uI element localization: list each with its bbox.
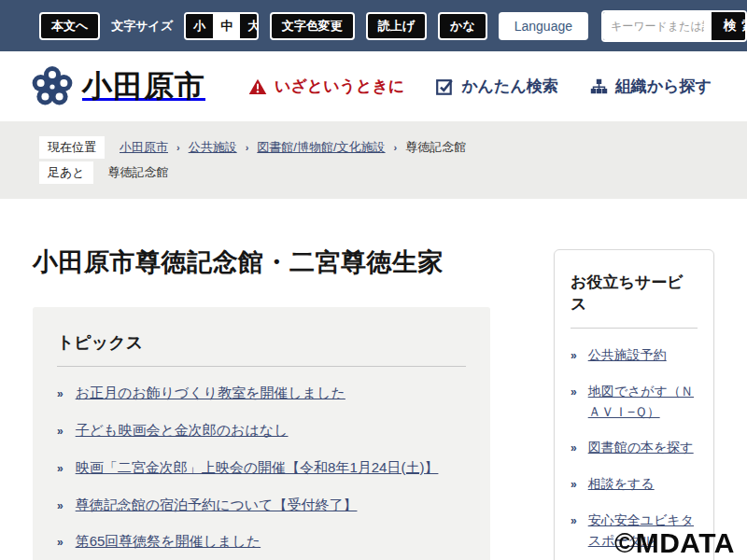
topic-link[interactable]: 第65回尊徳祭を開催しました	[76, 531, 261, 552]
breadcrumb-link[interactable]: 公共施設	[189, 139, 237, 156]
breadcrumb: 現在位置 小田原市›公共施設›図書館/博物館/文化施設›尊徳記念館	[39, 136, 719, 159]
search-button[interactable]: 検索	[712, 12, 747, 40]
chevron-bullet-icon: »	[571, 441, 577, 455]
site-header: 小田原市 いざというときに かんたん検索	[0, 51, 747, 121]
topic-link[interactable]: 子ども映画会と金次郎のおはなし	[76, 420, 289, 441]
skip-to-content-button[interactable]: 本文へ	[39, 12, 100, 40]
breadcrumb-separator-icon: ›	[394, 142, 398, 153]
breadcrumb-current: 尊徳記念館	[405, 139, 466, 156]
warning-icon	[248, 78, 267, 95]
emergency-link-label: いざというときに	[275, 76, 404, 97]
breadcrumb-trail: 小田原市›公共施設›図書館/博物館/文化施設›尊徳記念館	[120, 139, 466, 156]
search-input[interactable]	[603, 12, 712, 40]
list-item: »地図でさがす（ＮＡＶＩ−Ｑ）	[571, 374, 698, 430]
breadcrumb-link[interactable]: 小田原市	[120, 139, 168, 156]
topics-box: トピックス »お正月のお飾りづくり教室を開催しました»子ども映画会と金次郎のおは…	[33, 307, 490, 560]
org-search-link[interactable]: 組織から探す	[590, 76, 712, 97]
chevron-bullet-icon: »	[571, 385, 577, 399]
font-size-small-button[interactable]: 小	[186, 14, 213, 38]
font-size-switcher: 小 中 大	[184, 12, 259, 40]
chevron-bullet-icon: »	[57, 499, 63, 512]
service-link[interactable]: 相談をする	[588, 474, 655, 495]
easy-search-link-label: かんたん検索	[461, 76, 558, 97]
useful-services-box: お役立ちサービス »公共施設予約»地図でさがす（ＮＡＶＩ−Ｑ）»図書館の本を探す…	[554, 249, 714, 560]
text-color-change-button[interactable]: 文字色変更	[270, 12, 355, 40]
chevron-bullet-icon: »	[57, 536, 63, 549]
list-item: »尊徳記念館の宿泊予約について【受付終了】	[57, 486, 466, 524]
chevron-bullet-icon: »	[571, 349, 577, 362]
divider	[57, 366, 466, 367]
service-link[interactable]: 図書館の本を探す	[588, 438, 694, 458]
site-name: 小田原市	[82, 66, 205, 107]
chevron-bullet-icon: »	[57, 425, 63, 438]
list-item: »図書館の本を探す	[571, 430, 698, 467]
service-link[interactable]: 公共施設予約	[588, 345, 667, 366]
breadcrumb-band: 現在位置 小田原市›公共施設›図書館/博物館/文化施設›尊徳記念館 足あと 尊徳…	[0, 121, 747, 199]
chevron-bullet-icon: »	[57, 462, 63, 475]
utility-bar: 本文へ 文字サイズ 小 中 大 文字色変更 読上げ かな Language 検索	[0, 0, 747, 51]
header-nav: いざというときに かんたん検索 組織から探す	[248, 76, 712, 97]
read-aloud-button[interactable]: 読上げ	[366, 12, 427, 40]
list-item: »公共施設予約	[571, 338, 698, 374]
site-search: 検索	[601, 10, 747, 42]
current-location-label: 現在位置	[39, 136, 105, 159]
chevron-bullet-icon: »	[57, 387, 63, 400]
list-item: »お正月のお飾りづくり教室を開催しました	[57, 374, 466, 412]
city-emblem-icon	[32, 66, 73, 107]
language-button[interactable]: Language	[499, 12, 588, 40]
breadcrumb-separator-icon: ›	[246, 142, 249, 153]
emergency-link[interactable]: いざというときに	[248, 76, 404, 97]
font-size-label: 文字サイズ	[111, 18, 173, 35]
easy-search-link[interactable]: かんたん検索	[436, 76, 558, 97]
breadcrumb-separator-icon: ›	[176, 142, 180, 153]
chevron-bullet-icon: »	[571, 478, 577, 491]
font-size-medium-button[interactable]: 中	[213, 14, 240, 38]
list-item: »映画「二宮金次郎」上映会の開催【令和8年1月24日(土)】	[57, 449, 466, 486]
list-item: »子ども映画会と金次郎のおはなし	[57, 412, 466, 449]
primary-column: 小田原市尊徳記念館・二宮尊徳生家 トピックス »お正月のお飾りづくり教室を開催し…	[33, 245, 490, 560]
checkbox-check-icon	[436, 78, 454, 95]
chevron-bullet-icon: »	[571, 514, 577, 527]
footprint-value: 尊徳記念館	[108, 164, 169, 181]
useful-services-heading: お役立ちサービス	[571, 273, 698, 315]
site-logo[interactable]: 小田原市	[32, 66, 205, 107]
kana-button[interactable]: かな	[438, 12, 487, 40]
topics-list: »お正月のお飾りづくり教室を開催しました»子ども映画会と金次郎のおはなし»映画「…	[57, 374, 466, 560]
org-chart-icon	[590, 78, 608, 95]
service-link[interactable]: 地図でさがす（ＮＡＶＩ−Ｑ）	[588, 382, 698, 422]
breadcrumb-link[interactable]: 図書館/博物館/文化施設	[257, 139, 385, 156]
font-size-large-button[interactable]: 大	[240, 14, 259, 38]
list-item: »相談をする	[571, 467, 698, 503]
topic-link[interactable]: お正月のお飾りづくり教室を開催しました	[76, 383, 345, 403]
page-title: 小田原市尊徳記念館・二宮尊徳生家	[33, 245, 490, 279]
topic-link[interactable]: 尊徳記念館の宿泊予約について【受付終了】	[76, 495, 358, 515]
topic-link[interactable]: 映画「二宮金次郎」上映会の開催【令和8年1月24日(土)】	[76, 457, 439, 478]
footprint-label: 足あと	[39, 161, 93, 184]
footprint-row: 足あと 尊徳記念館	[39, 161, 719, 184]
topics-heading: トピックス	[57, 331, 466, 354]
main-content: 小田原市尊徳記念館・二宮尊徳生家 トピックス »お正月のお飾りづくり教室を開催し…	[0, 199, 747, 560]
divider	[571, 328, 698, 329]
list-item: »第65回尊徳祭を開催しました	[57, 523, 466, 560]
watermark: ©MDATA	[614, 527, 735, 559]
org-search-link-label: 組織から探す	[615, 76, 712, 97]
